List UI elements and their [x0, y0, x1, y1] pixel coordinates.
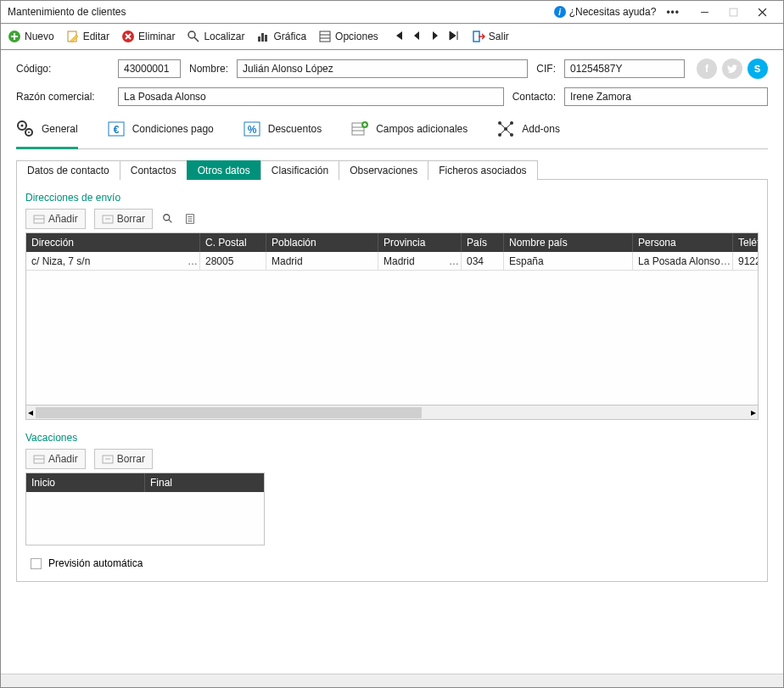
dir-hscrollbar[interactable]: ◂ ▸ [26, 405, 758, 419]
col-telefono[interactable]: Teléfo [733, 233, 758, 252]
contacto-input[interactable] [564, 87, 768, 106]
help-link[interactable]: i ¿Necesitas ayuda? [554, 6, 657, 18]
vac-grid-body [26, 492, 264, 545]
svg-line-42 [506, 129, 512, 135]
subtab-datos[interactable]: Datos de contacto [16, 160, 120, 180]
nav-prev-button[interactable] [411, 30, 423, 44]
ellipsis-icon[interactable]: … [449, 255, 459, 267]
chart-icon [256, 30, 270, 43]
nombre-input[interactable] [237, 59, 528, 78]
svg-rect-1 [730, 8, 737, 16]
fields-icon [350, 120, 369, 138]
vac-del-button[interactable]: Borrar [94, 449, 153, 469]
tab-condiciones[interactable]: € Condiciones pago [107, 115, 214, 149]
new-button[interactable]: Nuevo [8, 30, 54, 43]
locate-label: Localizar [204, 31, 244, 42]
dir-del-button[interactable]: Borrar [94, 209, 153, 229]
vac-del-label: Borrar [117, 453, 145, 465]
tab-campos[interactable]: Campos adicionales [350, 115, 468, 149]
svg-rect-13 [258, 36, 260, 42]
edit-icon [66, 30, 80, 43]
help-label: ¿Necesitas ayuda? [569, 6, 657, 18]
svg-line-12 [194, 37, 199, 42]
exit-label: Salir [489, 31, 509, 42]
minimize-button[interactable] [690, 2, 719, 22]
dir-doc-button[interactable] [183, 212, 197, 226]
col-inicio[interactable]: Inicio [26, 473, 145, 492]
info-icon: i [554, 6, 566, 18]
col-cp[interactable]: C. Postal [200, 233, 266, 252]
col-pais[interactable]: País [462, 233, 504, 252]
cell-pais: 034 [462, 252, 504, 271]
col-direccion[interactable]: Dirección [26, 233, 200, 252]
codigo-input[interactable] [118, 59, 181, 78]
nav-last-button[interactable] [448, 30, 460, 44]
svg-text:€: € [113, 124, 119, 136]
cell-cp: 28005 [200, 252, 266, 271]
delete-button[interactable]: Eliminar [121, 30, 175, 43]
direcciones-title: Direcciones de envío [25, 192, 759, 204]
subtab-obs[interactable]: Observaciones [339, 160, 428, 180]
plus-icon [8, 30, 21, 43]
skype-icon[interactable] [748, 59, 768, 79]
percent-icon: % [243, 120, 261, 138]
tab-descuentos[interactable]: % Descuentos [243, 115, 322, 149]
tab-condiciones-label: Condiciones pago [132, 123, 214, 135]
options-button[interactable]: Opciones [318, 30, 378, 43]
ellipsis-icon[interactable]: … [188, 255, 198, 267]
col-poblacion[interactable]: Población [266, 233, 378, 252]
vac-add-label: Añadir [48, 453, 78, 465]
tab-addons[interactable]: Add-ons [496, 115, 560, 149]
facebook-icon[interactable]: f [697, 59, 717, 79]
options-icon [318, 30, 332, 43]
window-title: Mantenimiento de clientes [8, 6, 126, 18]
edit-button[interactable]: Editar [66, 30, 109, 43]
dir-del-label: Borrar [117, 213, 145, 225]
svg-line-41 [500, 129, 506, 135]
dir-search-button[interactable] [161, 212, 175, 226]
svg-text:%: % [247, 124, 256, 136]
subtab-clasif[interactable]: Clasificación [260, 160, 339, 180]
locate-button[interactable]: Localizar [187, 30, 244, 43]
exit-button[interactable]: Salir [472, 30, 509, 43]
scroll-left-icon[interactable]: ◂ [28, 406, 33, 418]
col-persona[interactable]: Persona [633, 233, 733, 252]
razon-input[interactable] [118, 87, 504, 106]
subtab-otros[interactable]: Otros datos [187, 160, 261, 180]
col-nombrepais[interactable]: Nombre país [504, 233, 633, 252]
exit-icon [472, 30, 485, 43]
scroll-right-icon[interactable]: ▸ [751, 406, 756, 418]
nombre-label: Nombre: [189, 63, 228, 75]
codigo-label: Código: [16, 63, 109, 75]
svg-rect-16 [320, 31, 330, 42]
chart-button[interactable]: Gráfica [256, 30, 306, 43]
subtab-contactos[interactable]: Contactos [120, 160, 188, 180]
tab-general-label: General [42, 123, 78, 135]
twitter-icon[interactable] [722, 59, 742, 79]
cif-input[interactable] [564, 59, 685, 78]
subtab-fich[interactable]: Ficheros asociados [428, 160, 537, 180]
col-provincia[interactable]: Provincia [378, 233, 462, 252]
prevision-checkbox[interactable] [31, 558, 42, 569]
menu-dots[interactable]: ••• [666, 6, 680, 18]
close-button[interactable] [748, 2, 776, 22]
delete-icon [121, 30, 135, 43]
cell-provincia: Madrid [384, 255, 415, 267]
euro-icon: € [107, 120, 126, 138]
dir-add-button[interactable]: Añadir [25, 209, 86, 229]
contacto-label: Contacto: [512, 91, 556, 103]
new-label: Nuevo [25, 31, 54, 42]
delete-label: Eliminar [138, 31, 175, 42]
ellipsis-icon[interactable]: … [720, 255, 731, 267]
maximize-button[interactable] [719, 2, 748, 22]
dir-row[interactable]: c/ Niza, 7 s/n… 28005 Madrid Madrid… 034… [26, 252, 758, 271]
nav-next-button[interactable] [429, 30, 441, 44]
svg-point-23 [28, 131, 30, 133]
col-final[interactable]: Final [145, 473, 264, 492]
nav-first-button[interactable] [392, 30, 404, 44]
svg-rect-14 [261, 33, 264, 42]
vac-add-button[interactable]: Añadir [25, 449, 86, 469]
scroll-thumb[interactable] [36, 407, 422, 418]
tab-general[interactable]: General [16, 115, 78, 149]
tab-descuentos-label: Descuentos [268, 123, 322, 135]
